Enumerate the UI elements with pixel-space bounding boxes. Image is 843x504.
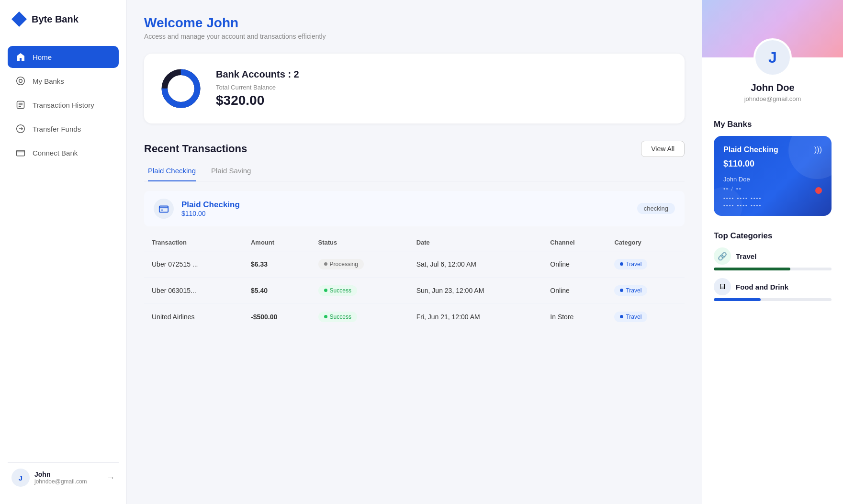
col-date: Date [409, 234, 543, 251]
logo-text: Byte Bank [32, 14, 79, 25]
card-amount: $110.00 [723, 159, 822, 169]
tx-date: Sat, Jul 6, 12:00 AM [409, 251, 543, 277]
col-channel: Channel [542, 234, 607, 251]
account-name: Plaid Checking [181, 200, 240, 210]
tx-category: Travel [607, 277, 685, 303]
welcome-title: Welcome John [144, 15, 685, 31]
tx-status: Success [311, 277, 409, 303]
bank-accounts-title: Bank Accounts : 2 [216, 69, 299, 80]
table-body: Uber 072515 ... $6.33 Processing Sat, Ju… [144, 251, 685, 330]
sidebar-label-connect-bank: Connect Bank [33, 149, 78, 157]
cat-header-food: 🖥 Food and Drink [714, 278, 832, 295]
sidebar-label-transaction-history: Transaction History [33, 101, 94, 109]
travel-icon: 🔗 [714, 247, 731, 265]
right-panel: J John Doe johndoe@gmail.com My Banks Pl… [702, 0, 843, 504]
red-dot [815, 187, 822, 194]
cat-label-food: Food and Drink [736, 283, 788, 291]
profile-section: J John Doe johndoe@gmail.com [702, 57, 843, 112]
cat-bar-track-travel [714, 268, 832, 270]
main-content: Welcome John Access and manage your acco… [127, 0, 702, 504]
top-categories-title: Top Categories [714, 231, 832, 241]
sidebar-label-home: Home [33, 53, 52, 61]
account-balance: $110.00 [181, 210, 240, 217]
user-avatar-small: J [11, 469, 30, 487]
transaction-icon [15, 100, 26, 110]
top-categories: Top Categories 🔗 Travel 🖥 Food and Drink [702, 224, 843, 316]
tab-plaid-saving[interactable]: Plaid Saving [211, 167, 251, 181]
svg-rect-7 [17, 150, 25, 156]
sidebar: Byte Bank Home My Banks Transaction Hist… [0, 0, 127, 504]
tx-channel: In Store [542, 303, 607, 330]
transactions-section: Recent Transactions View All Plaid Check… [144, 141, 685, 330]
account-icon [154, 199, 174, 219]
balance-label: Total Current Balance [216, 84, 299, 91]
svg-rect-11 [159, 206, 168, 212]
cat-bar-food [714, 298, 761, 301]
card-slash: •• / •• [723, 186, 750, 191]
sidebar-user-profile: J John johndoe@gmail.com → [8, 462, 119, 493]
col-transaction: Transaction [144, 234, 243, 251]
col-category: Category [607, 234, 685, 251]
card-number-dots: •••• •••• •••• •••• •••• •••• [723, 195, 822, 208]
my-banks-section: My Banks Plaid Checking ))) $110.00 John… [702, 112, 843, 224]
cat-bar-travel [714, 268, 790, 270]
svg-point-0 [17, 77, 25, 85]
sidebar-item-transfer-funds[interactable]: Transfer Funds [8, 118, 119, 140]
cat-label-travel: Travel [736, 252, 756, 260]
category-food: 🖥 Food and Drink [714, 278, 832, 301]
account-header-row: Plaid Checking $110.00 checking [144, 191, 685, 226]
tx-date: Sun, Jun 23, 12:00 AM [409, 277, 543, 303]
food-icon: 🖥 [714, 278, 731, 295]
cat-header-travel: 🔗 Travel [714, 247, 832, 265]
logout-icon[interactable]: → [106, 473, 115, 483]
cat-bar-track-food [714, 298, 832, 301]
user-email-small: johndoe@gmail.com [34, 478, 101, 485]
tx-status: Success [311, 303, 409, 330]
transaction-table: Transaction Amount Status Date Channel C… [144, 234, 685, 330]
balance-amount: $320.00 [216, 93, 299, 108]
view-all-button[interactable]: View All [641, 141, 685, 157]
tx-name: Uber 072515 ... [144, 251, 243, 277]
sidebar-item-connect-bank[interactable]: Connect Bank [8, 142, 119, 164]
account-badge: checking [637, 203, 675, 214]
profile-avatar: J [753, 38, 792, 77]
tx-name: United Airlines [144, 303, 243, 330]
sidebar-label-my-banks: My Banks [33, 77, 64, 85]
tx-category: Travel [607, 303, 685, 330]
wifi-icon: ))) [814, 146, 822, 154]
account-header-left: Plaid Checking $110.00 [154, 199, 240, 219]
tx-category: Travel [607, 251, 685, 277]
bank-info: Bank Accounts : 2 Total Current Balance … [216, 69, 299, 108]
sidebar-item-home[interactable]: Home [8, 46, 119, 68]
tx-amount: $6.33 [243, 251, 311, 277]
tx-channel: Online [542, 251, 607, 277]
logo: Byte Bank [8, 11, 119, 27]
table-row: Uber 072515 ... $6.33 Processing Sat, Ju… [144, 251, 685, 277]
profile-email: johndoe@gmail.com [714, 95, 832, 102]
category-travel: 🔗 Travel [714, 247, 832, 270]
section-header: Recent Transactions View All [144, 141, 685, 157]
logo-icon [11, 11, 27, 27]
bank-accounts-card: Bank Accounts : 2 Total Current Balance … [144, 54, 685, 123]
welcome-subtitle: Access and manage your account and trans… [144, 33, 685, 40]
card-dots-2: •••• •••• •••• [723, 202, 822, 208]
connect-icon [15, 147, 26, 158]
welcome-text: Welcome [144, 15, 202, 30]
transaction-tabs: Plaid Checking Plaid Saving [144, 167, 685, 181]
table-row: United Airlines -$500.00 Success Fri, Ju… [144, 303, 685, 330]
svg-point-1 [19, 79, 22, 83]
bank-card-blue: Plaid Checking ))) $110.00 John Doe •• /… [714, 136, 832, 216]
donut-chart [159, 67, 202, 110]
card-dots-row: John Doe •• / •• [723, 176, 822, 191]
sidebar-item-my-banks[interactable]: My Banks [8, 70, 119, 92]
tx-amount: -$500.00 [243, 303, 311, 330]
section-title: Recent Transactions [144, 143, 247, 155]
table-header: Transaction Amount Status Date Channel C… [144, 234, 685, 251]
tab-plaid-checking[interactable]: Plaid Checking [148, 167, 196, 181]
card-dots-1: •••• •••• •••• [723, 195, 822, 201]
card-holder-info: John Doe •• / •• [723, 176, 750, 191]
my-banks-title: My Banks [714, 120, 832, 129]
sidebar-item-transaction-history[interactable]: Transaction History [8, 94, 119, 116]
account-details: Plaid Checking $110.00 [181, 200, 240, 217]
welcome-name: John [206, 15, 238, 30]
